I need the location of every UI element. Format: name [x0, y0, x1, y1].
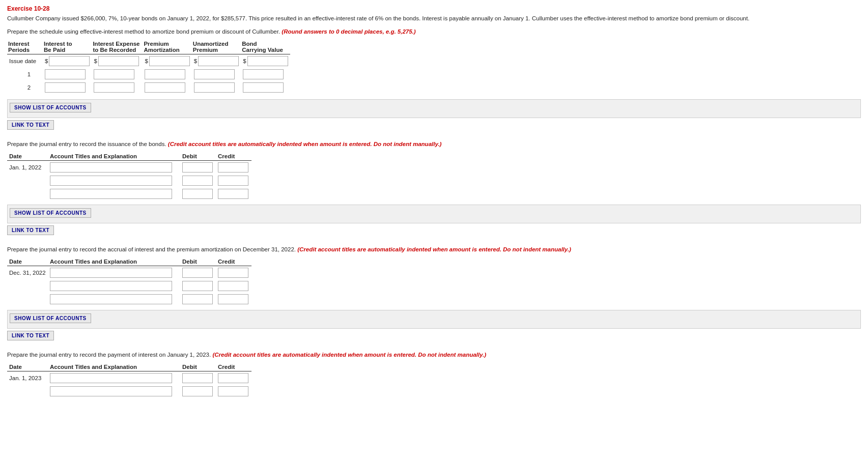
- journal-1-credit-2[interactable]: [218, 176, 248, 186]
- journal-col-date-3: Date: [7, 363, 48, 371]
- amort-input-1-amort[interactable]: [145, 69, 185, 79]
- journal-section-2: Prepare the journal entry to record the …: [7, 245, 861, 340]
- journal-2-date: Dec. 31, 2022: [7, 266, 48, 280]
- amort-input-issue-unamortized[interactable]: [198, 56, 239, 66]
- dollar-sign: $: [194, 58, 197, 64]
- journal-2-credit-1[interactable]: [218, 268, 248, 278]
- exercise-title: Exercise 10-28: [7, 5, 861, 12]
- amort-row-2: 2: [7, 81, 290, 94]
- journal-col-account-3: Account Titles and Explanation: [48, 363, 180, 371]
- dollar-sign: $: [45, 58, 48, 64]
- col-header-carrying: BondCarrying Value: [241, 40, 290, 54]
- amort-table: InterestPeriods Interest toBe Paid Inter…: [7, 40, 290, 94]
- journal-col-debit-2: Debit: [180, 257, 216, 266]
- journal-col-account: Account Titles and Explanation: [48, 152, 180, 161]
- journal-3-row-2: [7, 385, 251, 398]
- journal-2-row-2: [7, 279, 251, 293]
- journal-1-show-accounts-button[interactable]: SHOW LIST OF ACCOUNTS: [10, 208, 91, 218]
- journal-2-show-accounts-row: SHOW LIST OF ACCOUNTS: [7, 310, 861, 329]
- journal-section-1: Prepare the journal entry to record the …: [7, 140, 861, 235]
- amort-input-issue-amort[interactable]: [149, 56, 190, 66]
- journal-2-instruction: Prepare the journal entry to record the …: [7, 245, 861, 253]
- amort-input-2-carrying[interactable]: [243, 82, 284, 93]
- journal-3-account-2[interactable]: [50, 386, 172, 396]
- journal-3-instruction: Prepare the journal entry to record the …: [7, 351, 861, 359]
- journal-col-date: Date: [7, 152, 48, 161]
- journal-1-credit-3[interactable]: [218, 189, 248, 199]
- journal-3-debit-2[interactable]: [182, 386, 213, 396]
- amort-row-issue: Issue date $ $ $: [7, 54, 290, 68]
- dollar-sign: $: [243, 58, 246, 64]
- col-header-interest-paid: Interest toBe Paid: [43, 40, 92, 54]
- journal-2-debit-1[interactable]: [182, 268, 213, 278]
- amort-input-2-expense[interactable]: [94, 82, 134, 93]
- journal-1-link-row: LINK TO TEXT: [7, 225, 861, 235]
- amort-link-to-text-button[interactable]: LINK TO TEXT: [7, 120, 54, 130]
- journal-2-table: Date Account Titles and Explanation Debi…: [7, 257, 251, 306]
- journal-1-credit-note: (Credit account titles are automatically…: [168, 141, 442, 147]
- journal-2-row-3: [7, 293, 251, 306]
- journal-3-credit-note: (Credit account titles are automatically…: [212, 352, 486, 358]
- journal-1-debit-2[interactable]: [182, 176, 213, 186]
- amort-input-1-paid[interactable]: [45, 69, 86, 79]
- amort-row-1: 1: [7, 68, 290, 81]
- journal-2-credit-3[interactable]: [218, 294, 248, 304]
- journal-2-account-2[interactable]: [50, 281, 172, 291]
- journal-3-date: Jan. 1, 2023: [7, 371, 48, 385]
- journal-3-account-1[interactable]: [50, 373, 172, 383]
- exercise-description: Cullumber Company issued $266,000, 7%, 1…: [7, 14, 861, 22]
- amort-input-1-carrying[interactable]: [243, 69, 284, 79]
- journal-1-account-1[interactable]: [50, 162, 172, 173]
- amort-input-issue-expense[interactable]: [98, 56, 139, 66]
- journal-2-debit-3[interactable]: [182, 294, 213, 304]
- journal-1-row-3: [7, 187, 251, 200]
- journal-1-debit-3[interactable]: [182, 189, 213, 199]
- amort-input-issue-carrying[interactable]: [247, 56, 288, 66]
- journal-1-account-2[interactable]: [50, 176, 172, 186]
- journal-3-row-1: Jan. 1, 2023: [7, 371, 251, 385]
- journal-2-account-1[interactable]: [50, 268, 172, 278]
- journal-1-credit-1[interactable]: [218, 162, 248, 173]
- journal-col-account-2: Account Titles and Explanation: [48, 257, 180, 266]
- journal-col-credit-2: Credit: [216, 257, 251, 266]
- journal-2-show-accounts-button[interactable]: SHOW LIST OF ACCOUNTS: [10, 313, 91, 323]
- amort-input-2-unamortized[interactable]: [194, 82, 235, 93]
- dollar-sign: $: [145, 58, 148, 64]
- amort-row-label-1: 1: [7, 68, 43, 81]
- journal-section-3: Prepare the journal entry to record the …: [7, 351, 861, 398]
- journal-2-credit-2[interactable]: [218, 281, 248, 291]
- dollar-sign: $: [94, 58, 97, 64]
- amort-input-1-expense[interactable]: [94, 69, 134, 79]
- amort-show-accounts-row: SHOW LIST OF ACCOUNTS: [7, 99, 861, 118]
- amort-link-row: LINK TO TEXT: [7, 120, 861, 130]
- amort-row-label-2: 2: [7, 81, 43, 94]
- journal-1-account-3[interactable]: [50, 189, 172, 199]
- journal-3-debit-1[interactable]: [182, 373, 213, 383]
- journal-1-row-1: Jan. 1, 2022: [7, 161, 251, 175]
- journal-1-instruction: Prepare the journal entry to record the …: [7, 140, 861, 148]
- journal-1-show-accounts-row: SHOW LIST OF ACCOUNTS: [7, 205, 861, 223]
- amort-input-2-amort[interactable]: [145, 82, 185, 93]
- journal-3-credit-2[interactable]: [218, 386, 248, 396]
- journal-3-credit-1[interactable]: [218, 373, 248, 383]
- journal-1-link-to-text-button[interactable]: LINK TO TEXT: [7, 225, 54, 235]
- amort-input-issue-paid[interactable]: [49, 56, 90, 66]
- journal-1-debit-1[interactable]: [182, 162, 213, 173]
- amort-input-2-paid[interactable]: [45, 82, 86, 93]
- amort-show-accounts-button[interactable]: SHOW LIST OF ACCOUNTS: [10, 103, 91, 112]
- amort-row-label-issue: Issue date: [7, 54, 43, 68]
- journal-2-link-to-text-button[interactable]: LINK TO TEXT: [7, 331, 54, 340]
- journal-2-row-1: Dec. 31, 2022: [7, 266, 251, 280]
- journal-2-credit-note: (Credit account titles are automatically…: [297, 246, 571, 252]
- journal-col-debit: Debit: [180, 152, 216, 161]
- col-header-premium-amort: PremiumAmortization: [143, 40, 191, 54]
- journal-col-credit: Credit: [216, 152, 251, 161]
- round-note: (Round answers to 0 decimal places, e.g.…: [282, 28, 415, 35]
- journal-1-table: Date Account Titles and Explanation Debi…: [7, 152, 251, 200]
- journal-2-link-row: LINK TO TEXT: [7, 331, 861, 340]
- journal-2-debit-2[interactable]: [182, 281, 213, 291]
- amort-input-1-unamortized[interactable]: [194, 69, 235, 79]
- amort-instruction: Prepare the schedule using effective-int…: [7, 27, 861, 36]
- journal-1-row-2: [7, 174, 251, 187]
- journal-2-account-3[interactable]: [50, 294, 172, 304]
